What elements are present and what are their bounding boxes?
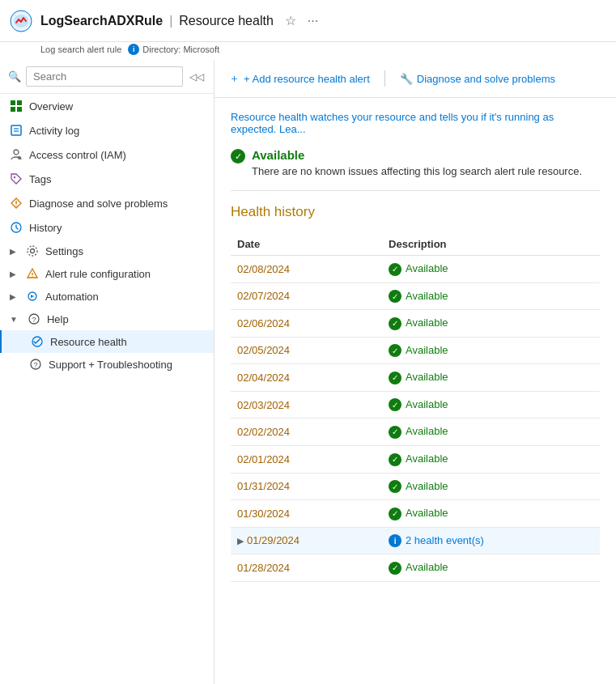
table-cell-description: ✓Available [382, 500, 600, 528]
sidebar-item-support-label: Support + Troubleshooting [49, 359, 204, 371]
svg-point-10 [14, 176, 15, 178]
table-cell-date: 02/07/2024 [231, 283, 382, 310]
main-content: ＋ + Add resource health alert 🔧 Diagnose… [215, 60, 616, 684]
sidebar-item-diagnose[interactable]: Diagnose and solve problems [0, 191, 214, 215]
health-history-table: Date Description 02/08/2024✓Available02/… [231, 233, 600, 582]
search-input[interactable] [26, 66, 183, 87]
sidebar-item-overview[interactable]: Overview [0, 94, 214, 118]
available-status-icon: ✓ [389, 317, 401, 330]
available-status-label: Available [406, 507, 448, 519]
available-status-icon: ✓ [389, 290, 401, 303]
sidebar-item-automation[interactable]: ▶ Automation [0, 285, 214, 308]
available-status-icon: ✓ [389, 453, 401, 466]
sub-bar: Log search alert rule i Directory: Micro… [0, 42, 616, 60]
date-value: 01/31/2024 [237, 480, 290, 492]
collapse-sidebar-button[interactable]: ◁◁ [188, 70, 206, 84]
add-alert-label: + Add resource health alert [244, 73, 370, 85]
table-cell-description: ✓Available [382, 445, 600, 473]
sidebar-item-resource-health-label: Resource health [50, 336, 204, 348]
svg-rect-5 [11, 125, 21, 135]
available-status-icon: ✓ [389, 562, 401, 575]
sidebar-item-tags-label: Tags [29, 173, 204, 185]
top-bar: LogSearchADXRule | Resource health ☆ ···… [0, 0, 616, 60]
svg-rect-3 [11, 107, 15, 112]
more-options-button[interactable]: ··· [304, 12, 321, 30]
table-row[interactable]: 02/05/2024✓Available [231, 337, 600, 364]
chevron-right-icon-3: ▶ [10, 292, 16, 301]
sidebar-item-help-label: Help [47, 313, 204, 325]
sidebar-item-diagnose-label: Diagnose and solve problems [29, 198, 204, 210]
available-status-icon: ✓ [389, 398, 401, 411]
diagnose-solve-button[interactable]: 🔧 Diagnose and solve problems [398, 70, 557, 88]
table-row[interactable]: 02/02/2024✓Available [231, 418, 600, 446]
table-row[interactable]: 01/28/2024✓Available [231, 554, 600, 582]
svg-point-12 [15, 205, 17, 206]
table-cell-description: ✓Available [382, 256, 600, 283]
table-cell-date: 02/08/2024 [231, 256, 382, 283]
table-row[interactable]: 01/30/2024✓Available [231, 500, 600, 528]
table-row[interactable]: 02/06/2024✓Available [231, 310, 600, 338]
table-row[interactable]: 02/01/2024✓Available [231, 445, 600, 473]
table-row[interactable]: 02/07/2024✓Available [231, 283, 600, 310]
directory-label: Directory: Microsoft [142, 45, 219, 54]
table-cell-date: 02/03/2024 [231, 391, 382, 418]
sidebar-item-access-control[interactable]: Access control (IAM) [0, 142, 214, 167]
support-icon: ? [29, 358, 42, 371]
sidebar-item-resource-health[interactable]: Resource health [0, 330, 214, 353]
sidebar-item-activity-log-label: Activity log [29, 125, 204, 137]
info-banner: Resource health watches your resource an… [231, 111, 600, 135]
table-cell-date: ▶01/29/2024 [231, 527, 382, 554]
date-value: 02/07/2024 [237, 290, 290, 302]
table-cell-date: 01/28/2024 [231, 554, 382, 582]
table-row[interactable]: ▶01/29/2024i2 health event(s) [231, 527, 600, 554]
available-status-label: Available [406, 344, 448, 356]
available-status-icon: ✓ [389, 263, 401, 276]
available-status-label: Available [406, 262, 448, 274]
sidebar-item-history[interactable]: History [0, 215, 214, 240]
automation-icon [26, 290, 39, 303]
table-row[interactable]: 02/08/2024✓Available [231, 256, 600, 283]
svg-point-15 [28, 246, 37, 256]
table-cell-date: 02/02/2024 [231, 418, 382, 446]
sidebar-item-alert-rule-config[interactable]: ▶ Alert rule configuration [0, 262, 214, 285]
sidebar-item-support-troubleshooting[interactable]: ? Support + Troubleshooting [0, 353, 214, 376]
table-cell-date: 02/05/2024 [231, 337, 382, 364]
date-value: 01/29/2024 [247, 534, 300, 546]
table-cell-description: ✓Available [382, 364, 600, 392]
status-description: There are no known issues affecting this… [252, 165, 582, 177]
date-value: 01/28/2024 [237, 562, 290, 574]
sidebar-item-activity-log[interactable]: Activity log [0, 118, 214, 142]
diagnose-icon [10, 197, 23, 210]
col-description: Description [382, 233, 600, 256]
available-status-label: Available [406, 371, 448, 383]
event-status-icon: i [389, 534, 401, 547]
available-status-icon: ✓ [389, 344, 401, 357]
expand-row-icon[interactable]: ▶ [237, 536, 244, 546]
available-status-label: Available [406, 452, 448, 465]
health-history-title: Health history [231, 204, 600, 220]
status-label: Available [252, 148, 582, 162]
page-title: Resource health [179, 14, 274, 28]
chevron-down-icon: ▼ [10, 315, 18, 324]
title-separator: | [169, 14, 172, 28]
table-cell-description: ✓Available [382, 337, 600, 364]
table-row[interactable]: 02/04/2024✓Available [231, 364, 600, 392]
date-value: 02/06/2024 [237, 317, 290, 329]
sidebar-item-settings[interactable]: ▶ Settings [0, 240, 214, 262]
svg-point-9 [18, 156, 21, 159]
plus-icon: ＋ [229, 71, 240, 86]
chevron-right-icon-2: ▶ [10, 270, 16, 278]
resource-type-label: Log search alert rule [40, 45, 121, 54]
table-cell-date: 01/31/2024 [231, 473, 382, 500]
table-row[interactable]: 02/03/2024✓Available [231, 391, 600, 418]
sidebar-item-help[interactable]: ▼ ? Help [0, 308, 214, 330]
activity-log-icon [10, 124, 23, 137]
settings-icon [26, 244, 39, 257]
info-banner-text: Resource health watches your resource an… [231, 111, 554, 135]
table-row[interactable]: 01/31/2024✓Available [231, 473, 600, 500]
table-cell-description: ✓Available [382, 391, 600, 418]
col-date: Date [231, 233, 382, 256]
favorite-button[interactable]: ☆ [282, 11, 300, 30]
add-resource-health-alert-button[interactable]: ＋ + Add resource health alert [227, 68, 372, 89]
sidebar-item-tags[interactable]: Tags [0, 167, 214, 191]
